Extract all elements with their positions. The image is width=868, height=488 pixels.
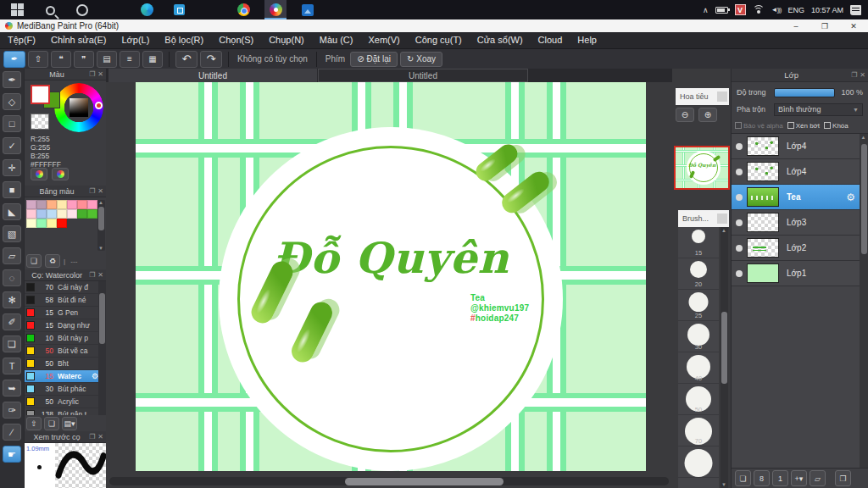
hue-indicator[interactable]: [95, 102, 103, 109]
tray-chevron-icon[interactable]: ∧: [703, 6, 709, 14]
menu-item-6[interactable]: Chụp(N): [261, 32, 312, 48]
menu-item-1[interactable]: Tệp(F): [0, 32, 43, 48]
layer-visibility-icon[interactable]: [732, 194, 747, 201]
minimize-button[interactable]: –: [782, 22, 810, 30]
brush-row[interactable]: 58Bút đi né: [25, 294, 106, 307]
taskbar-app-medibang[interactable]: [264, 0, 287, 19]
taskbar-app-chrome[interactable]: [232, 0, 254, 19]
layer-folder-button[interactable]: ▱: [810, 470, 826, 486]
checkbox-khóa[interactable]: Khóa: [824, 122, 849, 130]
taskbar-app-task-view[interactable]: [103, 0, 125, 19]
undo-button[interactable]: ↶: [175, 51, 198, 68]
text-tool[interactable]: T: [3, 358, 21, 374]
layer-visibility-icon[interactable]: [732, 169, 747, 175]
palette-swatch[interactable]: [87, 209, 97, 219]
bucket-tool[interactable]: ◣: [3, 203, 21, 220]
rotate-button[interactable]: ↻ Xoay: [400, 52, 442, 67]
zoom-out-button[interactable]: ⊖: [676, 108, 694, 122]
action-center-icon[interactable]: [850, 5, 861, 15]
popout-icon[interactable]: ❐: [89, 433, 95, 441]
menu-item-8[interactable]: Xem(V): [360, 32, 407, 48]
layer-row[interactable]: Lớp4: [732, 134, 860, 159]
palette-swatch[interactable]: [36, 209, 47, 219]
brush-size-dock-button[interactable]: [717, 214, 727, 224]
taskbar-app-cortana[interactable]: [71, 0, 93, 19]
close-icon[interactable]: ✕: [97, 187, 103, 195]
popout-icon[interactable]: ❐: [89, 187, 95, 195]
checkbox-xén-bớt[interactable]: Xén bớt: [787, 122, 820, 130]
close-icon[interactable]: ✕: [97, 271, 103, 279]
palette-swatch[interactable]: [67, 209, 77, 219]
hand-tool[interactable]: ☛: [3, 446, 21, 463]
add-layer-button[interactable]: +▾: [791, 470, 807, 486]
popout-icon[interactable]: ❐: [851, 71, 857, 79]
palette-swatch[interactable]: [77, 209, 87, 219]
brush-row[interactable]: 15Waterc⚙: [25, 370, 106, 383]
brush-tool[interactable]: ✒: [3, 71, 21, 88]
select-eraser-tool[interactable]: ❏: [3, 336, 21, 352]
close-icon[interactable]: ✕: [860, 71, 865, 79]
brush-size-item[interactable]: 50: [678, 384, 719, 415]
duplicate-layer-button[interactable]: ❐: [835, 470, 851, 486]
brush-size-item[interactable]: [678, 446, 719, 478]
canvas-horizontal-scrollbar[interactable]: [109, 477, 669, 485]
select-pen-tool[interactable]: ✐: [3, 313, 21, 330]
material-button[interactable]: ❞: [74, 51, 94, 68]
palette-trash-button[interactable]: ♻: [45, 254, 60, 268]
new-8bit-layer-button[interactable]: 8: [754, 470, 770, 486]
brush-row[interactable]: 30Bút phác: [25, 383, 106, 396]
brush-size-item[interactable]: 20: [678, 258, 719, 290]
close-button[interactable]: ✕: [839, 22, 868, 30]
palette-swatch[interactable]: [57, 209, 67, 219]
operation-tool[interactable]: ➥: [3, 380, 21, 396]
foreground-color-swatch[interactable]: [31, 85, 50, 104]
layer-row[interactable]: Tea⚙: [732, 185, 860, 210]
menu-item-9[interactable]: Công cụ(T): [408, 32, 470, 48]
language-indicator[interactable]: ENG: [787, 6, 804, 14]
checkbox-bảo-vệ-alpha[interactable]: Bảo vệ alpha: [735, 122, 783, 130]
document-button[interactable]: ▤: [97, 51, 117, 68]
zoom-in-button[interactable]: ⊕: [698, 108, 717, 122]
grid-button[interactable]: ▦: [142, 51, 163, 68]
taskbar-app-edge[interactable]: [136, 0, 158, 19]
palette-alt-button[interactable]: [52, 168, 69, 180]
scrollbar-thumb[interactable]: [345, 478, 504, 485]
battery-icon[interactable]: [715, 7, 728, 14]
list-settings-button[interactable]: ≡: [120, 51, 140, 68]
palette-swatch[interactable]: [26, 200, 36, 209]
brush-list-scrollbar[interactable]: [98, 281, 106, 415]
palette-swatch[interactable]: [47, 209, 57, 219]
brush-row[interactable]: 15G Pen: [25, 307, 106, 319]
taskbar-app-start[interactable]: [7, 0, 29, 19]
taskbar-app-search[interactable]: [39, 0, 61, 19]
brush-row[interactable]: 15Dạng như: [25, 319, 106, 332]
document-tab-1[interactable]: Untitled: [108, 69, 317, 82]
menu-item-10[interactable]: Cửa sổ(W): [470, 32, 531, 48]
palette-swatch[interactable]: [67, 200, 77, 209]
brush-size-item[interactable]: 70: [678, 415, 719, 446]
taskbar-app-store[interactable]: [168, 0, 190, 19]
navigator-dock-button[interactable]: [717, 92, 727, 102]
taskbar-app-photos[interactable]: [297, 0, 319, 19]
share-button[interactable]: ⇧: [28, 51, 48, 68]
palette-mode-button[interactable]: [31, 168, 47, 180]
reset-button[interactable]: ⊘ Đặt lại: [350, 52, 398, 67]
popout-icon[interactable]: ❐: [89, 70, 95, 78]
brush-size-item[interactable]: 25: [678, 290, 719, 321]
brush-row[interactable]: 138Bút nân t: [25, 408, 106, 415]
wifi-icon[interactable]: [753, 5, 765, 14]
brush-size-item[interactable]: 15: [678, 227, 719, 258]
brush-row[interactable]: 50Bht: [25, 358, 106, 370]
new-1bit-layer-button[interactable]: 1: [772, 470, 788, 486]
layer-row[interactable]: Lớp2: [732, 236, 860, 261]
palette-swatch[interactable]: [57, 200, 67, 209]
blend-select[interactable]: Bình thường ▼: [774, 103, 863, 116]
layer-scrollbar[interactable]: [860, 134, 868, 468]
brush-row[interactable]: 50Acrylic: [25, 396, 106, 408]
palette-swatch[interactable]: [47, 200, 57, 209]
brush-download-button[interactable]: ⇧: [26, 417, 42, 430]
layer-visibility-icon[interactable]: [732, 219, 747, 226]
layer-visibility-icon[interactable]: [732, 143, 747, 150]
fill-rect-tool[interactable]: ■: [3, 181, 21, 198]
palette-swatch[interactable]: [36, 219, 47, 228]
